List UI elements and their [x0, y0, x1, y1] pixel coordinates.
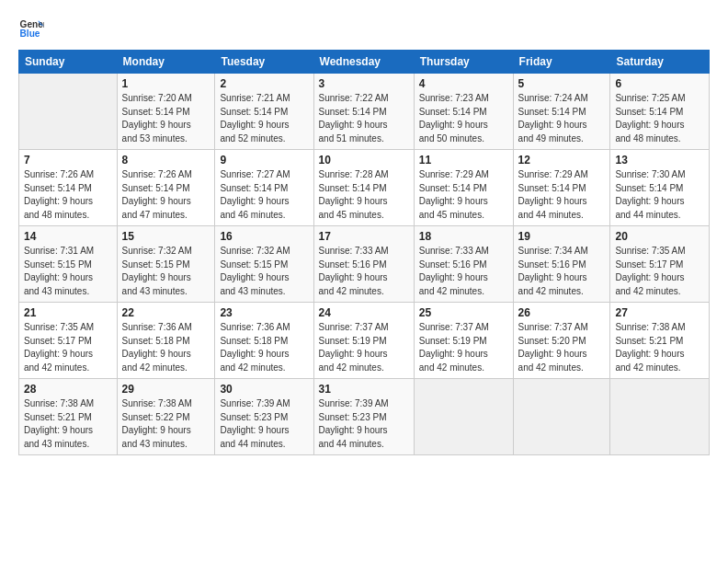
day-info: Sunrise: 7:24 AM Sunset: 5:14 PM Dayligh… [518, 92, 606, 145]
day-number: 19 [518, 230, 606, 243]
calendar-cell: 2Sunrise: 7:21 AM Sunset: 5:14 PM Daylig… [215, 74, 313, 150]
day-info: Sunrise: 7:26 AM Sunset: 5:14 PM Dayligh… [24, 168, 112, 222]
calendar-week-row: 28Sunrise: 7:38 AM Sunset: 5:21 PM Dayli… [19, 379, 710, 455]
day-number: 26 [518, 306, 606, 319]
day-info: Sunrise: 7:36 AM Sunset: 5:18 PM Dayligh… [122, 321, 210, 374]
day-info: Sunrise: 7:32 AM Sunset: 5:15 PM Dayligh… [122, 245, 210, 298]
day-info: Sunrise: 7:27 AM Sunset: 5:14 PM Dayligh… [220, 168, 308, 222]
day-info: Sunrise: 7:21 AM Sunset: 5:14 PM Dayligh… [220, 92, 308, 145]
day-number: 3 [319, 77, 409, 90]
day-number: 12 [518, 154, 606, 167]
day-number: 2 [220, 77, 308, 90]
day-number: 13 [615, 154, 704, 167]
day-number: 1 [122, 77, 210, 90]
day-info: Sunrise: 7:37 AM Sunset: 5:20 PM Dayligh… [518, 321, 606, 374]
calendar-cell: 20Sunrise: 7:35 AM Sunset: 5:17 PM Dayli… [610, 226, 710, 303]
calendar-cell: 26Sunrise: 7:37 AM Sunset: 5:20 PM Dayli… [513, 303, 610, 379]
day-number: 8 [122, 154, 210, 167]
calendar-cell: 23Sunrise: 7:36 AM Sunset: 5:18 PM Dayli… [215, 303, 313, 379]
logo-icon: General Blue [18, 15, 44, 40]
calendar-cell [513, 379, 610, 455]
day-info: Sunrise: 7:35 AM Sunset: 5:17 PM Dayligh… [615, 245, 704, 298]
calendar-cell: 18Sunrise: 7:33 AM Sunset: 5:16 PM Dayli… [414, 226, 513, 303]
day-info: Sunrise: 7:31 AM Sunset: 5:15 PM Dayligh… [24, 245, 112, 298]
calendar-body: 1Sunrise: 7:20 AM Sunset: 5:14 PM Daylig… [19, 74, 710, 455]
day-info: Sunrise: 7:23 AM Sunset: 5:14 PM Dayligh… [419, 92, 508, 145]
svg-text:Blue: Blue [20, 29, 40, 39]
day-number: 31 [319, 383, 409, 396]
calendar-cell: 19Sunrise: 7:34 AM Sunset: 5:16 PM Dayli… [513, 226, 610, 303]
day-info: Sunrise: 7:39 AM Sunset: 5:23 PM Dayligh… [319, 397, 409, 451]
day-number: 29 [122, 383, 210, 396]
day-number: 16 [220, 230, 308, 243]
day-info: Sunrise: 7:20 AM Sunset: 5:14 PM Dayligh… [122, 92, 210, 145]
day-info: Sunrise: 7:26 AM Sunset: 5:14 PM Dayligh… [122, 168, 210, 222]
calendar-cell: 10Sunrise: 7:28 AM Sunset: 5:14 PM Dayli… [313, 150, 414, 226]
day-info: Sunrise: 7:30 AM Sunset: 5:14 PM Dayligh… [615, 168, 704, 222]
day-info: Sunrise: 7:36 AM Sunset: 5:18 PM Dayligh… [220, 321, 308, 374]
weekday-header: Sunday [19, 51, 118, 74]
calendar-cell: 17Sunrise: 7:33 AM Sunset: 5:16 PM Dayli… [313, 226, 414, 303]
calendar-cell: 16Sunrise: 7:32 AM Sunset: 5:15 PM Dayli… [215, 226, 313, 303]
calendar-cell: 30Sunrise: 7:39 AM Sunset: 5:23 PM Dayli… [215, 379, 313, 455]
calendar-cell: 1Sunrise: 7:20 AM Sunset: 5:14 PM Daylig… [117, 74, 215, 150]
day-number: 18 [419, 230, 508, 243]
logo: General Blue [18, 15, 48, 40]
calendar-table: SundayMondayTuesdayWednesdayThursdayFrid… [18, 50, 710, 455]
calendar-cell: 31Sunrise: 7:39 AM Sunset: 5:23 PM Dayli… [313, 379, 414, 455]
calendar-cell [414, 379, 513, 455]
day-info: Sunrise: 7:35 AM Sunset: 5:17 PM Dayligh… [24, 321, 112, 374]
calendar-cell: 22Sunrise: 7:36 AM Sunset: 5:18 PM Dayli… [117, 303, 215, 379]
calendar-cell: 12Sunrise: 7:29 AM Sunset: 5:14 PM Dayli… [513, 150, 610, 226]
calendar-cell: 11Sunrise: 7:29 AM Sunset: 5:14 PM Dayli… [414, 150, 513, 226]
day-number: 23 [220, 306, 308, 319]
day-info: Sunrise: 7:38 AM Sunset: 5:21 PM Dayligh… [24, 397, 112, 451]
day-number: 25 [419, 306, 508, 319]
day-number: 17 [319, 230, 409, 243]
day-info: Sunrise: 7:33 AM Sunset: 5:16 PM Dayligh… [319, 245, 409, 298]
day-number: 11 [419, 154, 508, 167]
calendar-cell: 13Sunrise: 7:30 AM Sunset: 5:14 PM Dayli… [610, 150, 710, 226]
header: General Blue [18, 15, 710, 40]
day-number: 9 [220, 154, 308, 167]
day-number: 20 [615, 230, 704, 243]
calendar-cell: 7Sunrise: 7:26 AM Sunset: 5:14 PM Daylig… [19, 150, 118, 226]
calendar-cell: 25Sunrise: 7:37 AM Sunset: 5:19 PM Dayli… [414, 303, 513, 379]
calendar-week-row: 21Sunrise: 7:35 AM Sunset: 5:17 PM Dayli… [19, 303, 710, 379]
calendar-cell: 5Sunrise: 7:24 AM Sunset: 5:14 PM Daylig… [513, 74, 610, 150]
day-info: Sunrise: 7:37 AM Sunset: 5:19 PM Dayligh… [419, 321, 508, 374]
weekday-header: Wednesday [313, 51, 414, 74]
day-number: 21 [24, 306, 112, 319]
calendar-cell: 28Sunrise: 7:38 AM Sunset: 5:21 PM Dayli… [19, 379, 118, 455]
day-info: Sunrise: 7:28 AM Sunset: 5:14 PM Dayligh… [319, 168, 409, 222]
calendar-cell: 14Sunrise: 7:31 AM Sunset: 5:15 PM Dayli… [19, 226, 118, 303]
day-info: Sunrise: 7:32 AM Sunset: 5:15 PM Dayligh… [220, 245, 308, 298]
calendar-cell: 6Sunrise: 7:25 AM Sunset: 5:14 PM Daylig… [610, 74, 710, 150]
calendar-header: SundayMondayTuesdayWednesdayThursdayFrid… [19, 51, 710, 74]
calendar-cell: 3Sunrise: 7:22 AM Sunset: 5:14 PM Daylig… [313, 74, 414, 150]
calendar-week-row: 7Sunrise: 7:26 AM Sunset: 5:14 PM Daylig… [19, 150, 710, 226]
day-number: 6 [615, 77, 704, 90]
day-info: Sunrise: 7:38 AM Sunset: 5:22 PM Dayligh… [122, 397, 210, 451]
day-number: 10 [319, 154, 409, 167]
calendar-cell: 29Sunrise: 7:38 AM Sunset: 5:22 PM Dayli… [117, 379, 215, 455]
calendar-cell [19, 74, 118, 150]
day-number: 22 [122, 306, 210, 319]
day-number: 5 [518, 77, 606, 90]
day-number: 14 [24, 230, 112, 243]
day-number: 7 [24, 154, 112, 167]
day-info: Sunrise: 7:33 AM Sunset: 5:16 PM Dayligh… [419, 245, 508, 298]
day-info: Sunrise: 7:34 AM Sunset: 5:16 PM Dayligh… [518, 245, 606, 298]
weekday-header: Tuesday [215, 51, 313, 74]
day-info: Sunrise: 7:38 AM Sunset: 5:21 PM Dayligh… [615, 321, 704, 374]
day-info: Sunrise: 7:39 AM Sunset: 5:23 PM Dayligh… [220, 397, 308, 451]
calendar-cell: 24Sunrise: 7:37 AM Sunset: 5:19 PM Dayli… [313, 303, 414, 379]
day-number: 27 [615, 306, 704, 319]
calendar-cell: 27Sunrise: 7:38 AM Sunset: 5:21 PM Dayli… [610, 303, 710, 379]
weekday-header: Thursday [414, 51, 513, 74]
weekday-header: Friday [513, 51, 610, 74]
day-number: 24 [319, 306, 409, 319]
day-number: 28 [24, 383, 112, 396]
page-container: General Blue SundayMondayTuesdayWednesda… [0, 0, 728, 563]
calendar-cell: 8Sunrise: 7:26 AM Sunset: 5:14 PM Daylig… [117, 150, 215, 226]
